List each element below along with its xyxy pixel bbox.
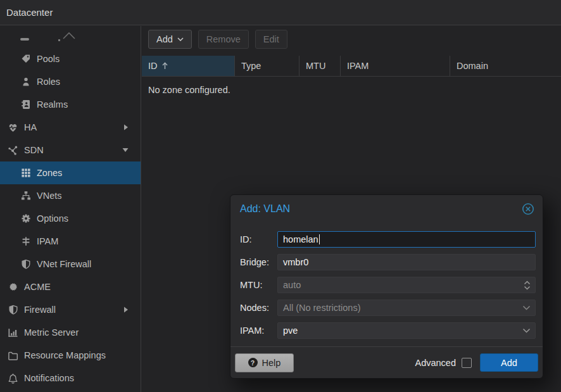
help-button[interactable]: ? Help	[235, 353, 294, 372]
column-header-mtu[interactable]: MTU	[299, 56, 341, 76]
field-row-id: ID: homelan	[240, 231, 536, 248]
mtu-placeholder: auto	[283, 280, 301, 290]
field-row-nodes: Nodes: All (No restrictions)	[240, 300, 536, 316]
bridge-input-value: vmbr0	[283, 257, 308, 267]
grid-icon	[20, 168, 31, 179]
bridge-input[interactable]: vmbr0	[277, 254, 536, 270]
sidebar-item-ha[interactable]: HA	[0, 116, 141, 139]
column-header-id[interactable]: ID	[142, 56, 235, 76]
sidebar-item-label: Realms	[37, 99, 68, 110]
sidebar-item-pools[interactable]: Pools	[0, 47, 141, 70]
ipam-select[interactable]: pve	[277, 322, 536, 339]
advanced-checkbox[interactable]	[462, 358, 472, 368]
text-cursor	[319, 234, 320, 244]
sidebar-item-vnets[interactable]: VNets	[0, 184, 141, 207]
field-row-bridge: Bridge: vmbr0	[240, 254, 536, 270]
edit-button-label: Edit	[263, 34, 279, 44]
dialog-titlebar: Add: VLAN	[230, 195, 543, 223]
advanced-label: Advanced	[415, 358, 457, 368]
chevron-down-icon[interactable]	[522, 300, 531, 315]
network-nodes-icon	[8, 145, 18, 156]
nodes-placeholder: All (No restrictions)	[283, 303, 360, 313]
mtu-spinner[interactable]: auto	[277, 277, 536, 293]
toolbar: Add Remove Edit	[142, 26, 561, 49]
bell-icon	[8, 373, 18, 384]
caret-down-icon[interactable]	[122, 148, 129, 153]
page-title: Datacenter	[6, 7, 53, 18]
spinner-up-down-icon[interactable]	[524, 277, 531, 293]
nodes-select[interactable]: All (No restrictions)	[277, 300, 536, 316]
sidebar-item-label: Pools	[37, 54, 60, 64]
column-header-domain[interactable]: Domain	[450, 56, 561, 76]
table-header: ID Type MTU IPAM Domain	[142, 56, 561, 77]
chevron-up-icon	[62, 32, 76, 39]
sidebar-item-metric-server[interactable]: Metric Server	[0, 321, 141, 344]
field-row-mtu: MTU: auto	[240, 277, 536, 293]
empty-grid-message: No zone configured.	[148, 85, 561, 95]
sidebar-item-label: IPAM	[37, 236, 58, 246]
dialog-add-button[interactable]: Add	[480, 353, 538, 372]
shield-icon	[20, 259, 31, 270]
caret-right-icon[interactable]	[123, 124, 129, 130]
help-button-label: Help	[262, 358, 281, 368]
sidebar-item-acme[interactable]: ACME	[0, 275, 141, 298]
sidebar-item-label: VNets	[37, 191, 62, 201]
sidebar-item-zones[interactable]: Zones	[0, 161, 141, 184]
caret-right-icon[interactable]	[123, 307, 129, 313]
question-circle-icon: ?	[248, 358, 258, 367]
address-book-icon	[20, 99, 31, 110]
sidebar-item-clipped[interactable]	[0, 26, 141, 47]
sidebar-item-label: Firewall	[24, 305, 56, 315]
id-input-value: homelan	[283, 234, 318, 244]
add-vlan-dialog: Add: VLAN ID: homelan Bridge: vmbr0 MTU:…	[230, 194, 543, 379]
screen: Datacenter Pools Roles Real	[0, 0, 561, 392]
close-icon[interactable]	[521, 202, 535, 216]
folder-icon	[8, 350, 18, 361]
column-header-ipam[interactable]: IPAM	[341, 56, 450, 76]
sidebar-item-vnet-firewall[interactable]: VNet Firewall	[0, 253, 141, 275]
shield-icon	[8, 305, 18, 315]
sidebar-item-label: Options	[37, 213, 68, 224]
bar-chart-icon	[8, 327, 18, 338]
clipped-icon	[20, 38, 29, 41]
sidebar-item-notifications[interactable]: Notifications	[0, 367, 141, 389]
id-field-label: ID:	[240, 234, 277, 244]
sidebar-item-label: VNet Firewall	[37, 259, 91, 269]
sidebar-item-label: SDN	[24, 145, 44, 155]
sidebar-item-realms[interactable]: Realms	[0, 93, 141, 116]
field-row-ipam: IPAM: pve	[240, 322, 536, 339]
add-button[interactable]: Add	[148, 30, 192, 49]
mtu-field-label: MTU:	[240, 280, 277, 290]
sidebar-item-label: Resource Mappings	[24, 350, 106, 360]
chevron-down-icon[interactable]	[522, 323, 531, 338]
sidebar-item-sdn[interactable]: SDN	[0, 139, 141, 161]
sidebar-item-roles[interactable]: Roles	[0, 70, 141, 93]
sidebar-item-label: Zones	[37, 168, 62, 178]
sidebar-item-resource-mappings[interactable]: Resource Mappings	[0, 344, 141, 367]
sidebar-item-ipam[interactable]: IPAM	[0, 230, 141, 253]
gear-icon	[20, 213, 31, 224]
ipam-select-value: pve	[283, 326, 298, 336]
sidebar-item-firewall[interactable]: Firewall	[0, 298, 141, 321]
sitemap-icon	[20, 191, 31, 201]
top-bar: Datacenter	[0, 0, 561, 25]
heartbeat-icon	[8, 122, 18, 133]
bridge-field-label: Bridge:	[240, 257, 277, 267]
sort-ascending-icon	[162, 62, 168, 70]
add-button-label: Add	[156, 34, 173, 44]
signpost-icon	[20, 236, 31, 247]
sidebar-item-options[interactable]: Options	[0, 207, 141, 230]
id-input[interactable]: homelan	[277, 231, 536, 248]
user-icon	[20, 77, 31, 87]
column-header-type[interactable]: Type	[235, 56, 299, 76]
caret-down-icon	[177, 37, 184, 41]
sidebar-item-label: ACME	[24, 282, 51, 292]
sidebar-item-label: HA	[24, 122, 37, 132]
edit-button[interactable]: Edit	[255, 30, 287, 49]
nodes-field-label: Nodes:	[240, 303, 277, 313]
ipam-field-label: IPAM:	[240, 326, 277, 336]
remove-button[interactable]: Remove	[198, 30, 249, 49]
dialog-add-button-label: Add	[501, 358, 517, 368]
clipped-dot	[58, 39, 60, 41]
remove-button-label: Remove	[206, 34, 241, 44]
